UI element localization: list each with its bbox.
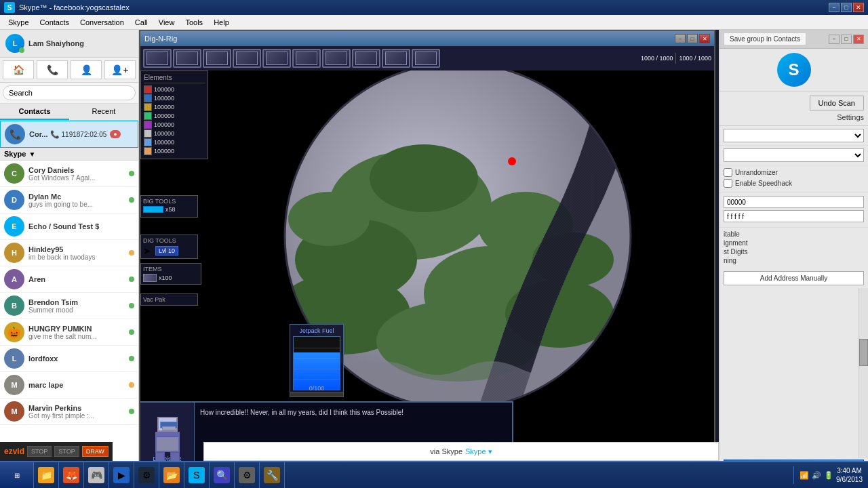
taskbar-app-search[interactable]: 🔍 [210, 462, 235, 488]
option-ignment[interactable]: ignment [724, 239, 864, 247]
hex-input-1[interactable] [724, 196, 864, 208]
taskbar-app-misc[interactable]: 🔧 [260, 462, 285, 488]
toolbar-slot-1[interactable] [143, 49, 172, 68]
save-group-button[interactable]: Save group in Contacts [724, 33, 806, 45]
unrandomizer-checkbox[interactable] [724, 168, 732, 177]
contact-avatar: B [4, 296, 24, 316]
taskbar-app-skype[interactable]: S [184, 462, 210, 488]
games-icon: 🎮 [88, 467, 104, 483]
tab-contacts[interactable]: Contacts [0, 104, 69, 120]
toolbar-slot-10[interactable] [412, 49, 440, 68]
dialog-text: How incredible!! Never, in all my years,… [200, 408, 507, 418]
menu-view[interactable]: View [153, 17, 180, 28]
menu-help[interactable]: Help [208, 17, 235, 28]
menu-skype[interactable]: Skype [3, 17, 35, 28]
list-item[interactable]: E Echo / Sound Test $ [0, 214, 138, 240]
dropdown-select-2[interactable] [724, 148, 864, 162]
away-dot [129, 250, 134, 256]
game-close-button[interactable]: ✕ [699, 34, 710, 43]
taskbar-app-explorer[interactable]: 📁 [34, 462, 59, 488]
list-item[interactable]: M marc lape [0, 372, 138, 399]
online-dot [129, 356, 134, 361]
taskbar-app-folder[interactable]: 📂 [159, 462, 184, 488]
panel-minimize-button[interactable]: − [829, 35, 840, 44]
start-button[interactable]: ⊞ [0, 462, 34, 488]
panel-close-button[interactable]: ✕ [853, 35, 864, 44]
toolbar-slot-5[interactable] [262, 49, 291, 68]
skype-sidebar: L Lam Shaiyhong 🏠 📞 👤 👤+ Contacts Recent… [0, 30, 139, 488]
element-icon-sand [144, 147, 152, 155]
vertical-scrollbar[interactable] [859, 288, 868, 458]
skype-section-label: Skype [4, 150, 26, 158]
list-item[interactable]: M Marvin Perkins Got my first pimple :..… [0, 399, 138, 425]
toolbar-slot-4[interactable] [233, 49, 261, 68]
list-item[interactable]: D Dylan Mc guys im going to be... [0, 187, 138, 214]
game-minimize-button[interactable]: − [675, 34, 686, 43]
list-item[interactable]: L lordfoxx [0, 346, 138, 372]
list-item[interactable]: A Aren [0, 266, 138, 293]
vac-label: Vac Pak [143, 296, 195, 303]
list-item[interactable]: C Cory Daniels Got Windows 7 Agai... [0, 161, 138, 187]
ezvid-stop-button-2[interactable]: STOP [54, 446, 79, 457]
taskbar-app-browser[interactable]: 🦊 [59, 462, 84, 488]
undo-scan-button[interactable]: Undo Scan [810, 96, 864, 110]
home-button[interactable]: 🏠 [3, 60, 34, 79]
elements-panel: Elements 100000 100000 100000 [140, 70, 208, 159]
menu-contacts[interactable]: Contacts [35, 17, 75, 28]
char-leg-right [170, 452, 180, 462]
chevron-down-icon: ▼ [28, 150, 35, 158]
element-row: 100000 [144, 94, 205, 102]
active-call-item[interactable]: 📞 Cor... 📞 1191872:02:05 ● [0, 121, 138, 148]
option-digits[interactable]: st Digits [724, 248, 864, 256]
input-fields-area [719, 193, 868, 228]
tab-recent[interactable]: Recent [69, 104, 138, 120]
menu-call[interactable]: Call [130, 17, 153, 28]
undo-scan-area: Undo Scan Settings [719, 92, 868, 126]
settings-link[interactable]: Settings [837, 113, 864, 121]
option-ning[interactable]: ning [724, 257, 864, 264]
unrandomizer-label: Unrandomizer [735, 169, 778, 176]
contact-info: HUNGRY PUMKIN give me the salt num... [28, 325, 129, 340]
minimize-button[interactable]: − [829, 3, 840, 12]
menu-tools[interactable]: Tools [180, 17, 208, 28]
add-address-button[interactable]: Add Address Manually [724, 271, 864, 285]
hex-input-2[interactable] [724, 210, 864, 222]
toolbar-slot-2[interactable] [173, 49, 201, 68]
list-item[interactable]: H Hinkley95 im be back in twodays [0, 240, 138, 266]
via-skype-link[interactable]: Skype ▾ [465, 447, 492, 456]
list-item[interactable]: B Brendon Tsim Summer mood [0, 293, 138, 319]
status-dot [19, 47, 24, 53]
skype-section-header[interactable]: Skype ▼ [0, 148, 138, 161]
online-dot [129, 277, 134, 282]
ezvid-stop-button-1[interactable]: STOP [27, 446, 52, 457]
toolbar-slot-8[interactable] [352, 49, 380, 68]
game-maximize-button[interactable]: □ [687, 34, 698, 43]
add-contact-plus-button[interactable]: 👤+ [104, 60, 136, 79]
add-contact-button[interactable]: 👤 [71, 60, 102, 79]
panel-maximize-button[interactable]: □ [841, 35, 852, 44]
contact-name: marc lape [28, 381, 129, 389]
call-button[interactable]: 📞 [37, 60, 68, 79]
taskbar-app-steam[interactable]: ⚙ [134, 462, 159, 488]
menu-conversation[interactable]: Conversation [75, 17, 130, 28]
svg-point-22 [508, 157, 516, 165]
speedhack-checkbox[interactable] [724, 179, 732, 188]
close-button[interactable]: ✕ [853, 3, 864, 12]
toolbar-slot-3[interactable] [203, 49, 231, 68]
element-row: 100000 [144, 147, 205, 155]
search-input[interactable] [3, 85, 136, 100]
toolbar-slot-9[interactable] [382, 49, 410, 68]
toolbar-slot-6[interactable] [292, 49, 321, 68]
taskbar-app-media[interactable]: ▶ [109, 462, 134, 488]
taskbar-app-games[interactable]: 🎮 [84, 462, 109, 488]
ezvid-draw-button[interactable]: DRAW [82, 446, 108, 457]
items-title: ITEMS [143, 266, 199, 272]
scrollbar-thumb[interactable] [859, 339, 868, 366]
toolbar-slot-7[interactable] [322, 49, 351, 68]
list-item[interactable]: 🎃 HUNGRY PUMKIN give me the salt num... [0, 319, 138, 346]
taskbar-app-settings[interactable]: ⚙ [235, 462, 260, 488]
dropdown-select-1[interactable] [724, 129, 864, 142]
contact-info: Aren [28, 275, 129, 283]
maximize-button[interactable]: □ [841, 3, 852, 12]
option-itable[interactable]: itable [724, 230, 864, 238]
